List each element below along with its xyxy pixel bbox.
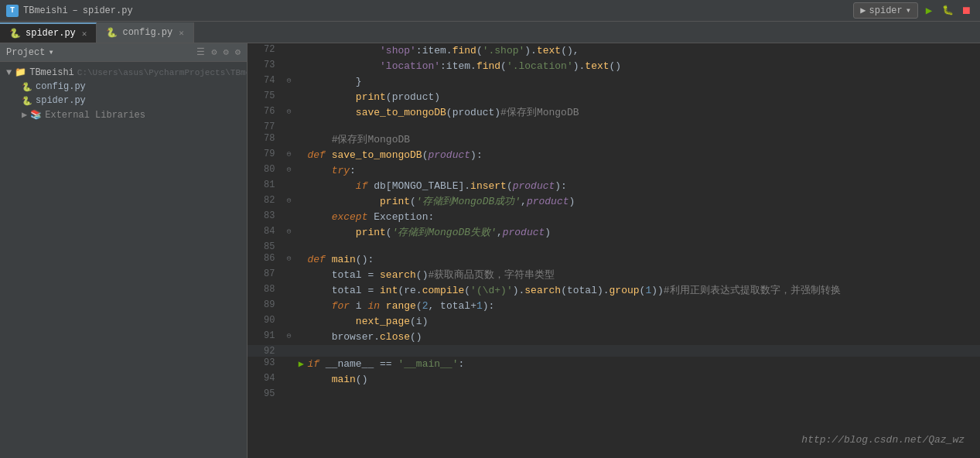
code-line bbox=[307, 388, 980, 399]
tab-config-close[interactable]: ✕ bbox=[179, 28, 184, 38]
code-line bbox=[307, 241, 980, 252]
line-fold bbox=[282, 268, 295, 283]
run-controls: ▶ spider ▾ ▶ 🐛 ⏹ bbox=[853, 2, 974, 19]
table-row: 95 bbox=[248, 388, 980, 399]
code-line: main() bbox=[307, 372, 980, 388]
debug-button[interactable]: 🐛 bbox=[940, 3, 955, 19]
sidebar-tool3[interactable]: ⚙ bbox=[224, 46, 229, 58]
line-number: 86 bbox=[248, 252, 282, 268]
tab-spider-close[interactable]: ✕ bbox=[82, 29, 87, 39]
table-row: 75 print(product) bbox=[248, 90, 980, 105]
run-icon: ▶ bbox=[860, 5, 866, 16]
code-line: if __name__ == '__main__': bbox=[307, 357, 980, 372]
line-number: 74 bbox=[248, 74, 282, 90]
line-indicator bbox=[295, 179, 307, 194]
code-line: print('存储到MongoDB失败',product) bbox=[307, 225, 980, 241]
line-indicator bbox=[295, 225, 307, 241]
table-row: 90 next_page(i) bbox=[248, 314, 980, 330]
code-line: total = search()#获取商品页数，字符串类型 bbox=[307, 268, 980, 283]
table-row: 72 'shop':item.find('.shop').text(), bbox=[248, 43, 980, 59]
sidebar-tool4[interactable]: ⚙ bbox=[235, 46, 241, 58]
project-folder-icon: 📁 bbox=[15, 67, 26, 78]
tab-spider[interactable]: 🐍 spider.py ✕ bbox=[0, 22, 97, 43]
code-line bbox=[307, 345, 980, 357]
line-indicator bbox=[295, 210, 307, 225]
table-row: 84 ⊖ print('存储到MongoDB失败',product) bbox=[248, 225, 980, 241]
line-number: 81 bbox=[248, 179, 282, 194]
tab-config[interactable]: 🐍 config.py ✕ bbox=[97, 22, 193, 43]
title-bar: T TBmeishi – spider.py ▶ spider ▾ ▶ 🐛 ⏹ bbox=[0, 0, 980, 22]
title-file: – bbox=[73, 5, 78, 16]
line-indicator bbox=[295, 268, 307, 283]
line-indicator bbox=[295, 121, 307, 132]
file-label-config: config.py bbox=[36, 81, 86, 92]
line-fold bbox=[282, 283, 295, 299]
line-fold bbox=[282, 345, 295, 357]
run-config-label: spider bbox=[869, 5, 903, 16]
code-editor[interactable]: 72 'shop':item.find('.shop').text(), 73 … bbox=[248, 43, 980, 458]
line-number: 80 bbox=[248, 163, 282, 179]
table-row: 80 ⊖ try: bbox=[248, 163, 980, 179]
line-fold: ⊖ bbox=[282, 74, 295, 90]
code-line: if db[MONGO_TABLE].insert(product): bbox=[307, 179, 980, 194]
table-row: 91 ⊖ browser.close() bbox=[248, 330, 980, 345]
project-arrow: ▼ bbox=[6, 67, 12, 78]
play-button[interactable]: ▶ bbox=[921, 3, 937, 19]
table-row: 93 ▶ if __name__ == '__main__': bbox=[248, 357, 980, 372]
line-fold bbox=[282, 132, 295, 148]
table-row: 83 except Exception: bbox=[248, 210, 980, 225]
line-number: 93 bbox=[248, 357, 282, 372]
sidebar: Project ▾ ☰ ⚙ ⚙ ⚙ ▼ 📁 TBmeishi C:\Users\… bbox=[0, 43, 248, 458]
line-number: 83 bbox=[248, 210, 282, 225]
line-fold: ⊖ bbox=[282, 330, 295, 345]
table-row: 85 bbox=[248, 241, 980, 252]
external-libraries[interactable]: ▶ 📚 External Libraries bbox=[0, 108, 247, 122]
table-row: 77 bbox=[248, 121, 980, 132]
code-table: 72 'shop':item.find('.shop').text(), 73 … bbox=[248, 43, 980, 399]
line-number: 76 bbox=[248, 105, 282, 121]
tab-config-label: config.py bbox=[122, 27, 172, 38]
line-number: 88 bbox=[248, 283, 282, 299]
code-line: } bbox=[307, 74, 980, 90]
code-line: 'shop':item.find('.shop').text(), bbox=[307, 43, 980, 59]
file-item-spider[interactable]: 🐍 spider.py bbox=[0, 94, 247, 108]
file-icon-spider: 🐍 bbox=[22, 96, 32, 106]
table-row: 74 ⊖ } bbox=[248, 74, 980, 90]
line-indicator[interactable]: ▶ bbox=[295, 357, 307, 372]
line-number: 95 bbox=[248, 388, 282, 399]
code-line: for i in range(2, total+1): bbox=[307, 299, 980, 314]
line-indicator bbox=[295, 314, 307, 330]
project-root[interactable]: ▼ 📁 TBmeishi C:\Users\asus\PycharmProjec… bbox=[0, 65, 247, 80]
line-number: 72 bbox=[248, 43, 282, 59]
line-fold bbox=[282, 241, 295, 252]
file-item-config[interactable]: 🐍 config.py bbox=[0, 80, 247, 94]
line-fold bbox=[282, 121, 295, 132]
sidebar-tool2[interactable]: ⚙ bbox=[211, 46, 217, 58]
app-icon: T bbox=[6, 5, 19, 17]
code-line: browser.close() bbox=[307, 330, 980, 345]
line-number: 91 bbox=[248, 330, 282, 345]
table-row: 73 'location':item.find('.location').tex… bbox=[248, 59, 980, 74]
code-line bbox=[307, 121, 980, 132]
project-root-label: TBmeishi bbox=[29, 67, 74, 78]
table-row: 81 if db[MONGO_TABLE].insert(product): bbox=[248, 179, 980, 194]
file-icon-config: 🐍 bbox=[22, 82, 32, 92]
line-indicator bbox=[295, 148, 307, 163]
stop-button[interactable]: ⏹ bbox=[958, 3, 974, 19]
tab-bar: 🐍 spider.py ✕ 🐍 config.py ✕ bbox=[0, 22, 980, 43]
line-fold bbox=[282, 299, 295, 314]
line-indicator bbox=[295, 388, 307, 399]
line-number: 92 bbox=[248, 345, 282, 357]
line-indicator bbox=[295, 252, 307, 268]
title-bar-left: T TBmeishi – spider.py bbox=[6, 5, 133, 17]
run-dropdown-icon: ▾ bbox=[906, 5, 911, 16]
line-fold: ⊖ bbox=[282, 252, 295, 268]
sidebar-tool1[interactable]: ☰ bbox=[196, 46, 205, 58]
line-indicator bbox=[295, 345, 307, 357]
line-indicator bbox=[295, 299, 307, 314]
sidebar-header: Project ▾ ☰ ⚙ ⚙ ⚙ bbox=[0, 43, 247, 62]
run-config[interactable]: ▶ spider ▾ bbox=[853, 2, 918, 19]
line-indicator bbox=[295, 163, 307, 179]
table-row: 86 ⊖ def main(): bbox=[248, 252, 980, 268]
line-number: 75 bbox=[248, 90, 282, 105]
